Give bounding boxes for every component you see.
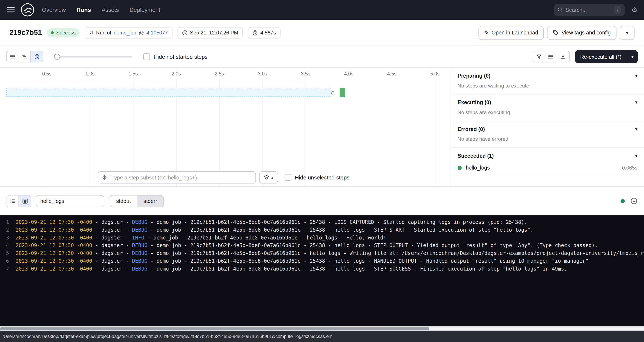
hide-unselected-checkbox-row[interactable]: Hide unselected steps xyxy=(284,174,350,181)
log-line-number: 1 xyxy=(0,218,9,226)
tab-stdout[interactable]: stdout xyxy=(110,195,138,207)
flat-view-button[interactable] xyxy=(6,51,18,62)
log-file-path: /Users/erincochran/Desktop/dagster-examp… xyxy=(2,334,332,338)
job-link[interactable]: demo_job xyxy=(114,30,136,36)
search-box[interactable]: / xyxy=(554,4,624,16)
history-icon: ↺ xyxy=(89,30,94,35)
nav-item-deployment[interactable]: Deployment xyxy=(130,6,160,13)
step-duration: 0.065s xyxy=(622,165,638,170)
chevron-down-icon: ▾ xyxy=(635,73,638,78)
snapshot-link[interactable]: 4f105077 xyxy=(146,30,168,36)
axis-tick-label: 2.5s xyxy=(214,71,224,77)
rows-view-button[interactable] xyxy=(545,51,557,62)
tab-stderr[interactable]: stderr xyxy=(138,195,164,207)
log-level: DEBUG xyxy=(132,226,147,233)
hide-unselected-checkbox[interactable] xyxy=(284,174,291,181)
log-line: 52023-09-21 12:07:30 -0400 - dagster - D… xyxy=(0,249,644,257)
gantt-step-bar[interactable] xyxy=(340,88,345,97)
step-name: hello_logs xyxy=(466,165,618,171)
panel-section-header[interactable]: Errored (0)▾ xyxy=(451,121,644,136)
nav-item-runs[interactable]: Runs xyxy=(76,6,91,13)
log-level: DEBUG xyxy=(132,258,147,264)
log-line: 72023-09-21 12:07:30 -0400 - dagster - D… xyxy=(0,265,644,273)
status-dot-icon xyxy=(51,31,54,34)
log-line-number: 3 xyxy=(0,234,9,242)
search-input[interactable] xyxy=(565,7,612,13)
gantt-start-marker xyxy=(331,91,334,94)
log-line: 62023-09-21 12:07:30 -0400 - dagster - D… xyxy=(0,257,644,265)
graph-query-toggle-button[interactable]: ▴ xyxy=(259,171,278,184)
structured-log-view-button[interactable] xyxy=(6,195,19,207)
nav-item-assets[interactable]: Assets xyxy=(102,6,119,13)
log-line-number: 7 xyxy=(0,265,9,273)
log-body: - demo_job - 219c7b51-b62f-4e5b-8de8-0e7… xyxy=(147,266,567,272)
waterfall-view-button[interactable] xyxy=(18,51,31,62)
run-timestamp: Sep 21, 12:07:26 PM xyxy=(190,30,238,36)
panel-empty-text: No steps are executing xyxy=(451,110,644,121)
gantt-toolbar-right: Re-execute all (*) ▾ xyxy=(532,50,638,63)
log-level: DEBUG xyxy=(132,242,147,248)
hide-not-started-checkbox-row[interactable]: Hide not started steps xyxy=(143,54,208,60)
panel-section-title: Executing (0) xyxy=(458,99,491,106)
chevron-down-icon: ▾ xyxy=(626,30,628,36)
run-of-separator: @ xyxy=(139,30,144,36)
panel-section-header[interactable]: Preparing (0)▾ xyxy=(451,68,644,83)
raw-log-view-button[interactable] xyxy=(19,195,31,207)
stopwatch-icon xyxy=(252,30,258,36)
dagster-logo[interactable] xyxy=(20,3,34,17)
log-line-number: 5 xyxy=(0,249,9,257)
gantt-chart: 0.5s1.0s1.5s2.0s2.5s3.0s3.5s4.0s4.5s5.0s… xyxy=(0,68,450,186)
log-body: - demo_job - 219c7b51-b62f-4e5b-8de8-0e7… xyxy=(147,250,644,256)
log-line-number: 4 xyxy=(0,242,9,249)
log-timestamp: 2023-09-21 12:07:30 -0400 xyxy=(16,250,92,256)
gear-icon[interactable]: ⚙ xyxy=(631,6,638,13)
run-actions-dropdown-button[interactable]: ▾ xyxy=(620,26,634,40)
filter-funnel-button[interactable] xyxy=(532,51,545,62)
log-line: 22023-09-21 12:07:30 -0400 - dagster - D… xyxy=(0,226,644,234)
axis-tick-label: 3.5s xyxy=(301,71,310,77)
axis-gridline xyxy=(392,79,392,186)
open-launchpad-button[interactable]: ✎ Open in Launchpad xyxy=(478,26,544,40)
chevron-up-icon: ▴ xyxy=(271,175,273,180)
step-row[interactable]: hello_logs0.065s xyxy=(451,163,644,175)
run-id: 219c7b51 xyxy=(10,28,42,37)
reexecute-all-button[interactable]: Re-execute all (*) ▾ xyxy=(575,50,638,63)
panel-section-header[interactable]: Executing (0)▾ xyxy=(451,94,644,110)
hamburger-menu-icon[interactable] xyxy=(6,8,15,12)
zoom-slider[interactable] xyxy=(54,54,132,60)
log-level: DEBUG xyxy=(132,250,147,256)
hide-not-started-checkbox[interactable] xyxy=(143,54,150,60)
nav-item-overview[interactable]: Overview xyxy=(42,6,66,13)
log-source: - dagster - xyxy=(92,242,132,248)
log-file-path-bar: /Users/erincochran/Desktop/dagster-examp… xyxy=(0,330,644,342)
run-of-chip: ↺ Run of demo_job @ 4f105077 xyxy=(84,27,172,38)
horizontal-scrollbar[interactable] xyxy=(0,326,644,330)
panel-section-header[interactable]: Succeeded (1)▾ xyxy=(451,148,644,163)
timed-view-button[interactable] xyxy=(31,51,43,62)
collapse-panel-button[interactable] xyxy=(557,51,569,62)
view-tags-config-button[interactable]: View tags and config xyxy=(547,26,616,40)
chevron-down-icon[interactable]: ▾ xyxy=(627,50,638,63)
zoom-slider-track[interactable] xyxy=(54,56,132,58)
gantt-waiting-band xyxy=(6,88,331,97)
step-status-dot xyxy=(458,166,462,170)
run-header: 219c7b51 Success ↺ Run of demo_job @ 4f1… xyxy=(0,20,644,46)
log-source: - dagster - xyxy=(92,250,132,256)
chevron-down-icon: ▾ xyxy=(635,153,638,158)
step-subset-input[interactable] xyxy=(98,171,256,184)
panel-empty-text: No steps have errored xyxy=(451,136,644,147)
step-status-panel: Preparing (0)▾No steps are waiting to ex… xyxy=(450,68,644,186)
zoom-slider-knob[interactable] xyxy=(54,54,60,60)
log-body: - demo_job - 219c7b51-b62f-4e5b-8de8-0e7… xyxy=(147,219,527,225)
chevron-down-icon: ▾ xyxy=(635,126,638,132)
op-selector-icon xyxy=(102,174,108,180)
run-duration: 4.567s xyxy=(260,30,276,36)
layers-icon xyxy=(264,174,270,180)
log-output: 12023-09-21 12:07:30 -0400 - dagster - D… xyxy=(0,215,644,326)
axis-tick-label: 0.5s xyxy=(42,71,52,77)
pencil-icon: ✎ xyxy=(484,30,488,36)
jump-to-bottom-icon[interactable] xyxy=(630,198,638,204)
reexecute-all-label: Re-execute all (*) xyxy=(575,54,627,60)
log-step-filter-input[interactable] xyxy=(36,195,104,207)
scrollbar-thumb[interactable] xyxy=(0,327,429,330)
